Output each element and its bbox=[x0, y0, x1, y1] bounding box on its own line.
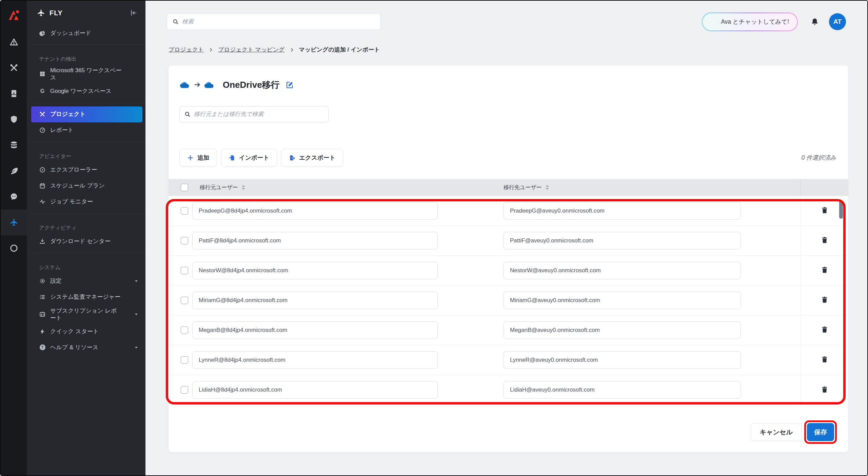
job-monitor-icon bbox=[39, 199, 46, 205]
sidebar-item-schedule-plan[interactable]: スケジュール プラン bbox=[27, 178, 145, 194]
file-import-icon bbox=[229, 155, 235, 161]
sidebar-item-download-center[interactable]: ダウンロード センター bbox=[27, 234, 145, 250]
sidebar-item-project[interactable]: プロジェクト bbox=[31, 106, 142, 122]
collapse-sidebar-icon[interactable] bbox=[130, 9, 137, 17]
sidebar-item-quick-start[interactable]: クイック スタート bbox=[27, 323, 145, 339]
row-checkbox[interactable] bbox=[181, 326, 188, 334]
sort-icon[interactable] bbox=[545, 185, 549, 190]
subscription-badge-icon bbox=[39, 311, 46, 317]
global-search-input[interactable] bbox=[182, 18, 375, 25]
sidebar-item-system-audit[interactable]: システム監査マネージャー bbox=[27, 289, 145, 305]
table-row bbox=[169, 256, 848, 285]
table-row bbox=[169, 285, 848, 315]
notification-bell-icon[interactable] bbox=[811, 18, 819, 26]
row-checkbox[interactable] bbox=[181, 297, 188, 304]
sidebar-item-report[interactable]: レポート bbox=[27, 122, 145, 138]
sidebar-item-settings[interactable]: 設定 bbox=[27, 273, 145, 289]
ava-chat-label: Ava とチャットしてみて! bbox=[721, 18, 789, 26]
row-checkbox[interactable] bbox=[181, 267, 188, 274]
plane-icon bbox=[37, 9, 45, 17]
sort-icon[interactable] bbox=[241, 185, 245, 190]
source-user-input[interactable] bbox=[192, 292, 438, 309]
shield-icon[interactable] bbox=[1, 106, 27, 132]
delete-row-button[interactable] bbox=[821, 296, 828, 304]
breadcrumb-project-mapping-link[interactable]: プロジェクト マッピング bbox=[218, 46, 284, 54]
add-button[interactable]: 追加 bbox=[179, 149, 217, 166]
trash-icon bbox=[821, 206, 828, 214]
row-checkbox[interactable] bbox=[181, 356, 188, 364]
cancel-button[interactable]: キャンセル bbox=[751, 423, 802, 441]
destination-user-input[interactable] bbox=[504, 381, 741, 399]
source-user-input[interactable] bbox=[192, 351, 438, 369]
cabinet-icon[interactable] bbox=[1, 81, 27, 106]
mapping-search[interactable] bbox=[179, 106, 329, 122]
red-annotation-save: 保存 bbox=[804, 420, 837, 444]
report-icon bbox=[39, 127, 46, 133]
onedrive-destination-icon bbox=[204, 80, 215, 89]
destination-user-input[interactable] bbox=[504, 292, 741, 309]
database-icon[interactable] bbox=[1, 132, 27, 158]
explorer-icon bbox=[39, 167, 46, 173]
source-user-input[interactable] bbox=[192, 262, 438, 279]
destination-user-input[interactable] bbox=[504, 321, 741, 339]
save-button[interactable]: 保存 bbox=[807, 423, 834, 441]
brand-row: FLY bbox=[27, 1, 145, 25]
ava-chat-button[interactable]: Ava とチャットしてみて! bbox=[702, 13, 798, 31]
avepoint-logo-icon[interactable] bbox=[1, 1, 27, 29]
feather-icon[interactable] bbox=[1, 158, 27, 184]
alert-icon[interactable] bbox=[1, 29, 27, 55]
delete-row-button[interactable] bbox=[821, 206, 828, 215]
help-icon: ? bbox=[39, 344, 46, 350]
sidebar-item-help-resources[interactable]: ? ヘルプ & リソース bbox=[27, 339, 145, 355]
export-button[interactable]: エクスポート bbox=[281, 149, 343, 166]
mapping-search-input[interactable] bbox=[194, 111, 323, 118]
destination-user-input[interactable] bbox=[504, 202, 741, 220]
select-all-checkbox[interactable] bbox=[181, 184, 188, 191]
sidebar-item-dashboard[interactable]: ダッシュボード bbox=[27, 25, 145, 41]
destination-user-input[interactable] bbox=[504, 262, 741, 279]
project-title: OneDrive移行 bbox=[223, 79, 280, 91]
settings-gear-icon bbox=[39, 278, 46, 284]
row-checkbox[interactable] bbox=[181, 237, 188, 244]
global-search[interactable] bbox=[167, 14, 380, 30]
onedrive-source-icon bbox=[179, 80, 191, 89]
chevron-down-icon[interactable] bbox=[134, 312, 139, 317]
project-icon bbox=[39, 111, 46, 117]
divider bbox=[31, 103, 145, 103]
source-user-input[interactable] bbox=[192, 381, 438, 399]
audit-list-icon bbox=[39, 294, 46, 300]
row-checkbox[interactable] bbox=[181, 386, 188, 394]
sidebar-item-job-monitor[interactable]: ジョブ モニター bbox=[27, 194, 145, 210]
chevron-down-icon[interactable] bbox=[134, 279, 139, 283]
breadcrumb-projects-link[interactable]: プロジェクト bbox=[169, 46, 204, 54]
chat-icon[interactable] bbox=[1, 184, 27, 210]
google-icon: G bbox=[39, 88, 46, 94]
sidebar: FLY ダッシュボード テナントの検出 Microsoft 365 ワークスペー… bbox=[27, 1, 145, 475]
row-checkbox[interactable] bbox=[181, 207, 188, 215]
destination-user-input[interactable] bbox=[504, 232, 741, 250]
delete-row-button[interactable] bbox=[821, 356, 828, 364]
destination-user-input[interactable] bbox=[504, 351, 741, 369]
tools-icon[interactable] bbox=[1, 55, 27, 81]
scrollbar-thumb[interactable] bbox=[839, 200, 843, 219]
topbar: Ava とチャットしてみて! AT bbox=[145, 13, 867, 31]
chevron-down-icon[interactable] bbox=[134, 345, 139, 350]
delete-row-button[interactable] bbox=[821, 386, 828, 394]
source-user-input[interactable] bbox=[192, 321, 438, 339]
user-avatar[interactable]: AT bbox=[829, 13, 846, 30]
edit-title-icon[interactable] bbox=[286, 81, 294, 89]
download-icon bbox=[39, 238, 46, 244]
sidebar-item-google[interactable]: G Google ワークスペース bbox=[27, 83, 145, 99]
sidebar-item-subscription-report[interactable]: サブスクリプション レポート bbox=[27, 305, 145, 324]
delete-row-button[interactable] bbox=[821, 326, 828, 334]
delete-row-button[interactable] bbox=[821, 236, 828, 245]
sidebar-item-explorer[interactable]: エクスプローラー bbox=[27, 162, 145, 178]
fly-plane-icon[interactable] bbox=[1, 210, 27, 235]
divider bbox=[31, 142, 145, 142]
sidebar-item-microsoft365[interactable]: Microsoft 365 ワークスペース bbox=[27, 65, 145, 83]
import-button[interactable]: インポート bbox=[221, 149, 277, 166]
source-user-input[interactable] bbox=[192, 232, 438, 250]
delete-row-button[interactable] bbox=[821, 266, 828, 275]
circle-icon[interactable] bbox=[1, 235, 27, 261]
source-user-input[interactable] bbox=[192, 202, 438, 220]
